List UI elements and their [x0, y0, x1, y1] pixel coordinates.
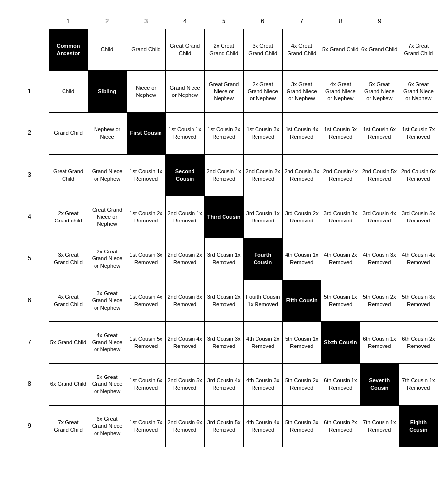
row-label-6: 6 — [10, 280, 49, 321]
col-header-4: 4 — [165, 15, 204, 29]
cell-r4-c2: 1st Cousin 2x Removed — [127, 196, 165, 238]
col-header-8: 8 — [321, 15, 360, 29]
corner-cell — [10, 15, 49, 29]
row-label-4: 4 — [10, 196, 49, 238]
cell-r9-c1: 6x Great Grand Niece or Nephew — [88, 405, 127, 447]
cell-r6-c3: 2nd Cousin 3x Removed — [165, 280, 204, 321]
col-header-1: 1 — [49, 15, 88, 29]
cell-r3-c5: 2nd Cousin 2x Removed — [243, 154, 282, 196]
cell-r1-c3: Grand Niece or Nephew — [165, 70, 204, 112]
row-label-5: 5 — [10, 238, 49, 280]
cell-r7-c3: 2nd Cousin 4x Removed — [165, 321, 204, 363]
cell-r9-c6: 5th Cousin 3x Removed — [282, 405, 321, 447]
cell-r0-c3: Great Grand Child — [165, 29, 204, 70]
cell-r4-c7: 3rd Cousin 3x Removed — [321, 196, 360, 238]
cell-r9-c2: 1st Cousin 7x Removed — [127, 405, 165, 447]
cell-r2-c5: 1st Cousin 3x Removed — [243, 112, 282, 154]
cell-r3-c1: Grand Niece or Nephew — [88, 154, 127, 196]
cell-r4-c8: 3rd Cousin 4x Removed — [360, 196, 399, 238]
cell-r3-c8: 2nd Cousin 5x Removed — [360, 154, 399, 196]
cell-r4-c5: 3rd Cousin 1x Removed — [243, 196, 282, 238]
cell-r4-c3: 2nd Cousin 1x Removed — [165, 196, 204, 238]
cell-r3-c2: 1st Cousin 1x Removed — [127, 154, 165, 196]
cell-r5-c4: 3rd Cousin 1x Removed — [204, 238, 243, 280]
cell-r8-c2: 1st Cousin 6x Removed — [127, 363, 165, 405]
cell-r5-c9: 4th Cousin 4x Removed — [399, 238, 438, 280]
cell-r2-c2: First Cousin — [127, 112, 165, 154]
cell-r7-c4: 3rd Cousin 3x Removed — [204, 321, 243, 363]
cell-r9-c9: Eighth Cousin — [399, 405, 438, 447]
cell-r5-c0: 3x Great Grand Child — [49, 238, 88, 280]
cell-r1-c4: Great Grand Niece or Nephew — [204, 70, 243, 112]
cell-r0-c0: Common Ancestor — [49, 29, 88, 70]
cell-r5-c8: 4th Cousin 3x Removed — [360, 238, 399, 280]
cell-r6-c9: 5th Cousin 3x Removed — [399, 280, 438, 321]
cell-r2-c6: 1st Cousin 4x Removed — [282, 112, 321, 154]
main-wrapper: 123456789Common AncestorChildGrand Child… — [10, 15, 438, 447]
cell-r0-c9: 7x Great Grand Child — [399, 29, 438, 70]
cell-r7-c0: 5x Grand Child — [49, 321, 88, 363]
cell-r1-c6: 3x Great Grand Niece or Nephew — [282, 70, 321, 112]
cell-r2-c7: 1st Cousin 5x Removed — [321, 112, 360, 154]
cell-r9-c4: 3rd Cousin 5x Removed — [204, 405, 243, 447]
col-header-7: 7 — [282, 15, 321, 29]
cell-r5-c5: Fourth Cousin — [243, 238, 282, 280]
cell-r9-c0: 7x Great Grand Child — [49, 405, 88, 447]
cell-r2-c4: 1st Cousin 2x Removed — [204, 112, 243, 154]
row-label-7: 7 — [10, 321, 49, 363]
row-label-1: 1 — [10, 70, 49, 112]
cell-r8-c1: 5x Great Grand Niece or Nephew — [88, 363, 127, 405]
cell-r2-c3: 1st Cousin 1x Removed — [165, 112, 204, 154]
cell-r3-c6: 2nd Cousin 3x Removed — [282, 154, 321, 196]
cell-r7-c8: 6th Cousin 1x Removed — [360, 321, 399, 363]
cell-r4-c0: 2x Great Grand child — [49, 196, 88, 238]
cell-r0-c5: 3x Great Grand Child — [243, 29, 282, 70]
cell-r0-c2: Grand Child — [127, 29, 165, 70]
cell-r5-c1: 2x Great Grand Niece or Nephew — [88, 238, 127, 280]
cell-r3-c4: 2nd Cousin 1x Removed — [204, 154, 243, 196]
cell-r7-c6: 5th Cousin 1x Removed — [282, 321, 321, 363]
cell-r3-c9: 2nd Cousin 6x Removed — [399, 154, 438, 196]
col-header-6: 6 — [243, 15, 282, 29]
cell-r8-c0: 6x Grand Child — [49, 363, 88, 405]
cell-r9-c7: 6th Cousin 2x Removed — [321, 405, 360, 447]
col-header-9: 9 — [360, 15, 399, 29]
row-label-8: 8 — [10, 363, 49, 405]
cell-r5-c7: 4th Cousin 2x Removed — [321, 238, 360, 280]
col-header-2: 2 — [88, 15, 127, 29]
cell-r3-c3: Second Cousin — [165, 154, 204, 196]
cell-r5-c3: 2nd Cousin 2x Removed — [165, 238, 204, 280]
cell-r6-c1: 3x Great Grand Niece or Nephew — [88, 280, 127, 321]
cell-r2-c1: Nephew or Niece — [88, 112, 127, 154]
cell-r0-c1: Child — [88, 29, 127, 70]
cell-r2-c9: 1st Cousin 7x Removed — [399, 112, 438, 154]
cell-r6-c2: 1st Cousin 4x Removed — [127, 280, 165, 321]
cell-r7-c9: 6th Cousin 2x Removed — [399, 321, 438, 363]
cell-r4-c9: 3rd Cousin 5x Removed — [399, 196, 438, 238]
cell-r3-c0: Great Grand Child — [49, 154, 88, 196]
cell-r8-c4: 3rd Cousin 4x Removed — [204, 363, 243, 405]
cell-r1-c9: 6x Great Grand Niece or Nephew — [399, 70, 438, 112]
col-header-5: 5 — [204, 15, 243, 29]
cell-r9-c3: 2nd Cousin 6x Removed — [165, 405, 204, 447]
cell-r0-c4: 2x Great Grand Child — [204, 29, 243, 70]
cell-r7-c7: Sixth Cousin — [321, 321, 360, 363]
cell-r3-c7: 2nd Cousin 4x Removed — [321, 154, 360, 196]
row-label-9: 9 — [10, 405, 49, 447]
cell-r8-c9: 7th Cousin 1x Removed — [399, 363, 438, 405]
cell-r7-c1: 4x Great Grand Niece or Nephew — [88, 321, 127, 363]
cell-r7-c5: 4th Cousin 2x Removed — [243, 321, 282, 363]
cell-r4-c4: Third Cousin — [204, 196, 243, 238]
cell-r1-c8: 5x Great Grand Niece or Nephew — [360, 70, 399, 112]
relationship-table: 123456789Common AncestorChildGrand Child… — [10, 15, 438, 447]
cell-r4-c6: 3rd Cousin 2x Removed — [282, 196, 321, 238]
cell-r1-c1: Sibling — [88, 70, 127, 112]
cell-r1-c2: Niece or Nephew — [127, 70, 165, 112]
cell-r1-c5: 2x Great Grand Niece or Nephew — [243, 70, 282, 112]
cell-r8-c8: Seventh Cousin — [360, 363, 399, 405]
cell-r8-c7: 6th Cousin 1x Removed — [321, 363, 360, 405]
cell-r8-c6: 5th Cousin 2x Removed — [282, 363, 321, 405]
cell-r5-c2: 1st Cousin 3x Removed — [127, 238, 165, 280]
cell-r8-c3: 2nd Cousin 5x Removed — [165, 363, 204, 405]
cell-r6-c7: 5th Cousin 1x Removed — [321, 280, 360, 321]
